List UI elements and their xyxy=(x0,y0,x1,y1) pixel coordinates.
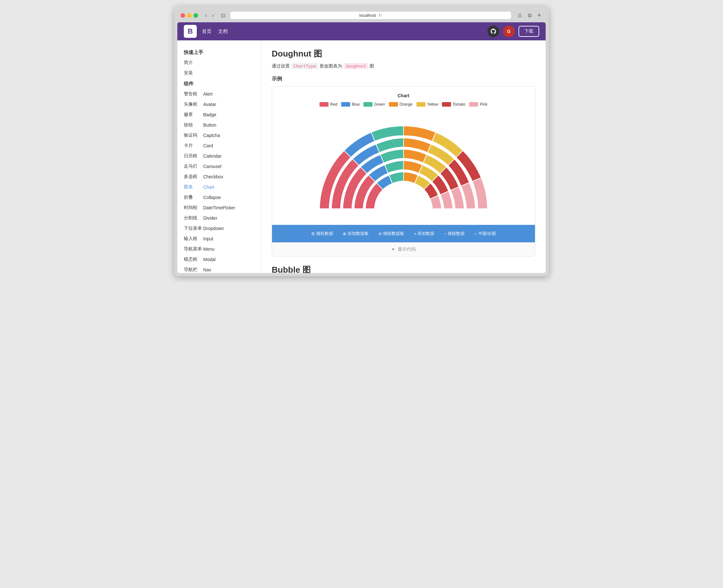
chart-area: Chart Red Blue xyxy=(272,87,535,225)
sidebar-item-input[interactable]: 输入框 Input xyxy=(177,234,261,244)
traffic-lights xyxy=(180,13,198,18)
minimize-button[interactable] xyxy=(187,13,192,18)
nav-buttons: ‹ › xyxy=(203,12,216,19)
nav-icons: G 下载 xyxy=(488,25,539,37)
sidebar-item-chart[interactable]: 图表 Chart xyxy=(177,182,261,192)
doughnut-tag: doughnut xyxy=(343,63,368,69)
chart-button-bar: ⚙ 随机数据 ⊕ 添加数据集 ⊖ 移除数据集 + xyxy=(272,225,535,242)
sidebar-item-datetimepicker[interactable]: 时间框 DateTimePicker xyxy=(177,203,261,213)
forward-button[interactable]: › xyxy=(210,12,215,19)
sidebar-item-calendar[interactable]: 日历框 Calendar xyxy=(177,151,261,161)
sidebar-item-modal[interactable]: 模态框 Modal xyxy=(177,254,261,265)
remove-data-button[interactable]: − 移除数据 xyxy=(439,228,469,239)
nav-links: 首页 文档 xyxy=(202,28,228,35)
sidebar-item-intro[interactable]: 简介 xyxy=(177,58,261,68)
doughnut-description: 通过设置 ChartType 更改图表为 doughnut 图 xyxy=(272,63,535,69)
semi-doughnut-container xyxy=(278,113,529,213)
svg-rect-0 xyxy=(316,208,491,215)
add-circle-icon: ⊕ xyxy=(343,231,346,236)
content-area: Doughnut 图 通过设置 ChartType 更改图表为 doughnut… xyxy=(261,40,546,273)
example-label-1: 示例 xyxy=(272,76,535,82)
refresh-icon[interactable]: ↻ xyxy=(379,13,382,18)
add-data-button[interactable]: + 添加数据 xyxy=(409,228,439,239)
back-button[interactable]: ‹ xyxy=(203,12,209,19)
legend-green: Green xyxy=(363,102,385,107)
quick-start-title: 快速上手 xyxy=(177,47,261,58)
legend: Red Blue Green xyxy=(278,102,529,107)
browser-window: ‹ › ⊡ localhost ↻ ⎙ ⧉ + B 首页 文档 xyxy=(174,6,549,276)
sidebar-item-badge[interactable]: 徽章 Badge xyxy=(177,109,261,120)
chart-type-tag-1: ChartType xyxy=(291,63,318,69)
legend-orange: Orange xyxy=(389,102,412,107)
legend-color-red xyxy=(319,102,328,107)
sidebar: 快速上手 简介 安装 组件 警告框 Alert 头像框 Avatar 徽章 xyxy=(177,40,261,273)
add-dataset-button[interactable]: ⊕ 添加数据集 xyxy=(338,228,373,239)
chart-title: Chart xyxy=(278,93,529,98)
github-icon[interactable] xyxy=(488,25,499,37)
sidebar-item-button[interactable]: 按钮 Button xyxy=(177,120,261,130)
sidebar-item-card[interactable]: 卡片 Card xyxy=(177,141,261,151)
minus-icon: − xyxy=(444,231,446,236)
top-nav: B 首页 文档 G 下载 xyxy=(177,22,546,40)
legend-color-orange xyxy=(389,102,398,107)
sidebar-item-dropdown[interactable]: 下拉菜单 Dropdown xyxy=(177,223,261,234)
address-bar[interactable]: localhost ↻ xyxy=(230,12,511,19)
legend-color-pink xyxy=(469,102,478,107)
circle-icon: ○ xyxy=(474,231,477,236)
logo: B xyxy=(184,25,197,38)
maximize-button[interactable] xyxy=(193,13,198,18)
doughnut-demo-box: Chart Red Blue xyxy=(272,86,535,256)
browser-actions: ⎙ ⧉ xyxy=(516,12,533,19)
download-button[interactable]: 下载 xyxy=(518,26,539,37)
main-layout: 快速上手 简介 安装 组件 警告框 Alert 头像框 Avatar 徽章 xyxy=(177,40,546,273)
sidebar-item-install[interactable]: 安装 xyxy=(177,68,261,78)
semi-full-button[interactable]: ○ 半圆/全圆 xyxy=(470,228,501,239)
sidebar-item-checkbox[interactable]: 多选框 Checkbox xyxy=(177,171,261,182)
sidebar-item-alert[interactable]: 警告框 Alert xyxy=(177,89,261,99)
chevron-down-icon: ▼ xyxy=(391,247,395,252)
nav-home[interactable]: 首页 xyxy=(202,28,212,35)
doughnut-title: Doughnut 图 xyxy=(272,48,535,60)
add-tab-button[interactable]: + xyxy=(536,12,543,19)
url-text: localhost xyxy=(359,13,376,18)
random-data-button[interactable]: ⚙ 随机数据 xyxy=(306,228,338,239)
sidebar-item-carousel[interactable]: 走马灯 Carousel xyxy=(177,161,261,171)
legend-color-green xyxy=(363,102,373,107)
sidebar-item-nav[interactable]: 导航栏 Nav xyxy=(177,265,261,273)
share-button[interactable]: ⎙ xyxy=(516,12,523,19)
close-button[interactable] xyxy=(180,13,185,18)
gitee-icon[interactable]: G xyxy=(503,25,515,37)
sidebar-item-collapse[interactable]: 折叠 Collapse xyxy=(177,192,261,203)
legend-pink: Pink xyxy=(469,102,487,107)
nav-docs[interactable]: 文档 xyxy=(218,28,228,35)
legend-red: Red xyxy=(319,102,337,107)
remove-circle-icon: ⊖ xyxy=(378,231,382,236)
legend-color-tomato xyxy=(442,102,451,107)
sidebar-item-divider[interactable]: 分割线 Divider xyxy=(177,213,261,223)
doughnut-chart-svg xyxy=(313,113,494,213)
sidebar-item-avatar[interactable]: 头像框 Avatar xyxy=(177,99,261,109)
legend-color-yellow xyxy=(417,102,425,107)
show-code-bar[interactable]: ▼ 显示代码 xyxy=(272,242,535,256)
titlebar: ‹ › ⊡ localhost ↻ ⎙ ⧉ + xyxy=(177,10,546,22)
sidebar-item-captcha[interactable]: 验证码 Captcha xyxy=(177,130,261,141)
browser-content: B 首页 文档 G 下载 快速上手 xyxy=(177,22,546,273)
legend-tomato: Tomato xyxy=(442,102,465,107)
legend-color-blue xyxy=(341,102,350,107)
remove-dataset-button[interactable]: ⊖ 移除数据集 xyxy=(374,228,409,239)
sidebar-item-menu[interactable]: 导航菜单 Menu xyxy=(177,244,261,254)
bubble-title: Bubble 图 xyxy=(272,264,535,273)
copy-button[interactable]: ⧉ xyxy=(526,12,533,19)
gear-icon: ⚙ xyxy=(311,231,315,236)
legend-yellow: Yellow xyxy=(417,102,438,107)
tab-view-button[interactable]: ⊡ xyxy=(218,12,228,19)
legend-blue: Blue xyxy=(341,102,360,107)
plus-icon: + xyxy=(414,231,417,236)
components-title: 组件 xyxy=(177,78,261,89)
